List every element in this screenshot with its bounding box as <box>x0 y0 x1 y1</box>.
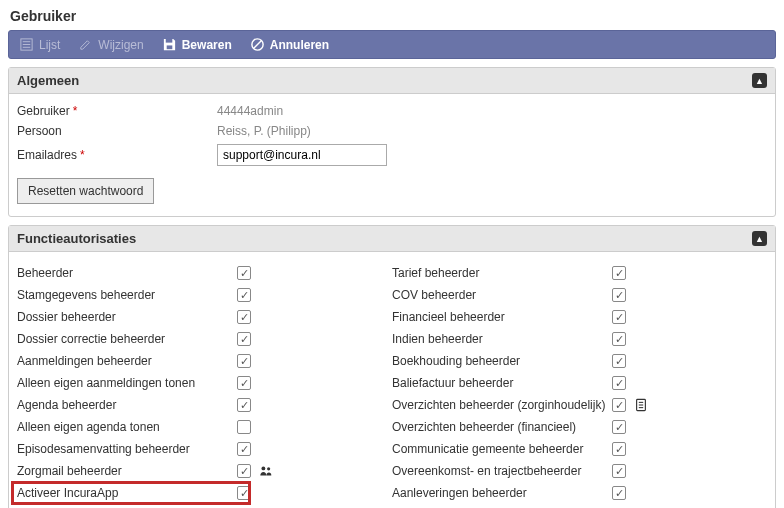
checkbox-agenda-beheerder[interactable] <box>237 398 251 412</box>
collapse-icon[interactable]: ▲ <box>752 231 767 246</box>
auth-label-dossier-beheerder: Dossier beheerder <box>17 310 237 324</box>
auth-label-alleen-eigen-aanmeldingen-tonen: Alleen eigen aanmeldingen tonen <box>17 376 237 390</box>
auth-row: Agenda beheerder <box>17 394 392 416</box>
edit-button[interactable]: Wijzigen <box>74 35 147 54</box>
checkbox-beheerder[interactable] <box>237 266 251 280</box>
auth-row: Communicatie gemeente beheerder <box>392 438 767 460</box>
auth-col-left: BeheerderStamgegevens beheerderDossier b… <box>17 262 392 508</box>
auth-grid: BeheerderStamgegevens beheerderDossier b… <box>17 262 767 508</box>
email-row: Emailadres* <box>17 144 767 166</box>
auth-row: Activeer IncuraApp <box>17 482 392 504</box>
auth-col-right: Tarief beheerderCOV beheerderFinancieel … <box>392 262 767 508</box>
save-label: Bewaren <box>182 38 232 52</box>
auth-label-overzichten-beheerder-financieel: Overzichten beheerder (financieel) <box>392 420 612 434</box>
auth-row: Dossier beheerder <box>17 306 392 328</box>
auth-panel-header: Functieautorisaties ▲ <box>9 226 775 252</box>
auth-row: Zorgmail beheerder <box>17 460 392 482</box>
auth-label-dossier-correctie-beheerder: Dossier correctie beheerder <box>17 332 237 346</box>
checkbox-financieel-beheerder[interactable] <box>612 310 626 324</box>
cancel-icon <box>250 37 265 52</box>
auth-label-episodesamenvatting-beheerder: Episodesamenvatting beheerder <box>17 442 237 456</box>
checkbox-communicatie-gemeente-beheerder[interactable] <box>612 442 626 456</box>
auth-row: Overzichten beheerder (zorginhoudelijk) <box>392 394 767 416</box>
checkbox-tarief-beheerder[interactable] <box>612 266 626 280</box>
auth-row: Externe toegang toestaan <box>392 504 767 508</box>
reset-password-button[interactable]: Resetten wachtwoord <box>17 178 154 204</box>
auth-label-cov-beheerder: COV beheerder <box>392 288 612 302</box>
svg-point-9 <box>267 467 270 470</box>
auth-row: Indien beheerder <box>392 328 767 350</box>
auth-row: Beheerder <box>17 262 392 284</box>
auth-label-overeenkomst-en-trajectbeheerder: Overeenkomst- en trajectbeheerder <box>392 464 612 478</box>
auth-row: Tarief beheerder <box>392 262 767 284</box>
checkbox-dossier-correctie-beheerder[interactable] <box>237 332 251 346</box>
svg-rect-5 <box>166 45 172 49</box>
auth-row: Episodesamenvatting beheerder <box>17 438 392 460</box>
auth-label-indien-beheerder: Indien beheerder <box>392 332 612 346</box>
checkbox-overeenkomst-en-trajectbeheerder[interactable] <box>612 464 626 478</box>
checkbox-episodesamenvatting-beheerder[interactable] <box>237 442 251 456</box>
svg-point-8 <box>261 466 265 470</box>
cancel-label: Annuleren <box>270 38 329 52</box>
auth-row: Taken en signaleringen beheerder <box>17 504 392 508</box>
checkbox-baliefactuur-beheerder[interactable] <box>612 376 626 390</box>
page-title: Gebruiker <box>10 8 776 24</box>
auth-row: Baliefactuur beheerder <box>392 372 767 394</box>
auth-title: Functieautorisaties <box>17 231 136 246</box>
general-title: Algemeen <box>17 73 79 88</box>
auth-label-financieel-beheerder: Financieel beheerder <box>392 310 612 324</box>
person-row: Persoon Reiss, P. (Philipp) <box>17 124 767 138</box>
auth-row: Financieel beheerder <box>392 306 767 328</box>
auth-panel: Functieautorisaties ▲ BeheerderStamgegev… <box>8 225 776 508</box>
document-icon[interactable] <box>634 398 648 412</box>
checkbox-activeer-incuraapp[interactable] <box>237 486 251 500</box>
list-icon <box>19 37 34 52</box>
checkbox-alleen-eigen-agenda-tonen[interactable] <box>237 420 251 434</box>
auth-row: Stamgegevens beheerder <box>17 284 392 306</box>
auth-row: Dossier correctie beheerder <box>17 328 392 350</box>
checkbox-indien-beheerder[interactable] <box>612 332 626 346</box>
list-button[interactable]: Lijst <box>15 35 64 54</box>
user-row: Gebruiker* 44444admin <box>17 104 767 118</box>
auth-row: Aanleveringen beheerder <box>392 482 767 504</box>
checkbox-zorgmail-beheerder[interactable] <box>237 464 251 478</box>
checkbox-aanmeldingen-beheerder[interactable] <box>237 354 251 368</box>
checkbox-dossier-beheerder[interactable] <box>237 310 251 324</box>
person-value: Reiss, P. (Philipp) <box>217 124 311 138</box>
auth-label-agenda-beheerder: Agenda beheerder <box>17 398 237 412</box>
save-button[interactable]: Bewaren <box>158 35 236 54</box>
auth-row: Aanmeldingen beheerder <box>17 350 392 372</box>
svg-line-7 <box>253 41 261 49</box>
email-field[interactable] <box>217 144 387 166</box>
auth-label-boekhouding-beheerder: Boekhouding beheerder <box>392 354 612 368</box>
collapse-icon[interactable]: ▲ <box>752 73 767 88</box>
cancel-button[interactable]: Annuleren <box>246 35 333 54</box>
toolbar: Lijst Wijzigen Bewaren Annuleren <box>8 30 776 59</box>
auth-label-stamgegevens-beheerder: Stamgegevens beheerder <box>17 288 237 302</box>
auth-label-aanmeldingen-beheerder: Aanmeldingen beheerder <box>17 354 237 368</box>
general-panel-body: Gebruiker* 44444admin Persoon Reiss, P. … <box>9 94 775 216</box>
checkbox-aanleveringen-beheerder[interactable] <box>612 486 626 500</box>
auth-label-tarief-beheerder: Tarief beheerder <box>392 266 612 280</box>
checkbox-stamgegevens-beheerder[interactable] <box>237 288 251 302</box>
checkbox-boekhouding-beheerder[interactable] <box>612 354 626 368</box>
auth-row: Alleen eigen agenda tonen <box>17 416 392 438</box>
checkbox-cov-beheerder[interactable] <box>612 288 626 302</box>
auth-label-baliefactuur-beheerder: Baliefactuur beheerder <box>392 376 612 390</box>
edit-label: Wijzigen <box>98 38 143 52</box>
user-label: Gebruiker* <box>17 104 217 118</box>
general-panel-header: Algemeen ▲ <box>9 68 775 94</box>
edit-icon <box>78 37 93 52</box>
checkbox-overzichten-beheerder-zorginhoudelijk[interactable] <box>612 398 626 412</box>
auth-label-overzichten-beheerder-zorginhoudelijk: Overzichten beheerder (zorginhoudelijk) <box>392 398 612 412</box>
people-icon[interactable] <box>259 464 273 478</box>
auth-label-communicatie-gemeente-beheerder: Communicatie gemeente beheerder <box>392 442 612 456</box>
person-label: Persoon <box>17 124 217 138</box>
auth-row: Boekhouding beheerder <box>392 350 767 372</box>
checkbox-alleen-eigen-aanmeldingen-tonen[interactable] <box>237 376 251 390</box>
auth-label-zorgmail-beheerder: Zorgmail beheerder <box>17 464 237 478</box>
checkbox-overzichten-beheerder-financieel[interactable] <box>612 420 626 434</box>
email-label: Emailadres* <box>17 148 217 162</box>
auth-label-alleen-eigen-agenda-tonen: Alleen eigen agenda tonen <box>17 420 237 434</box>
auth-label-aanleveringen-beheerder: Aanleveringen beheerder <box>392 486 612 500</box>
